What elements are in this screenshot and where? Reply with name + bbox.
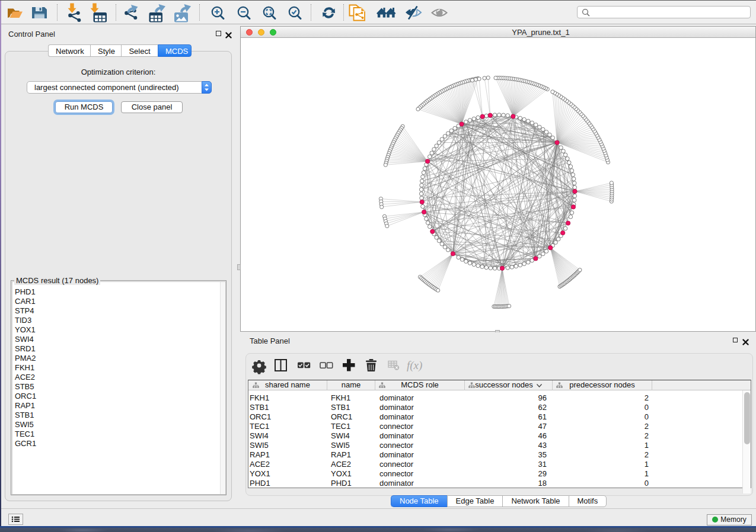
svg-text:f(x): f(x) xyxy=(407,359,422,372)
